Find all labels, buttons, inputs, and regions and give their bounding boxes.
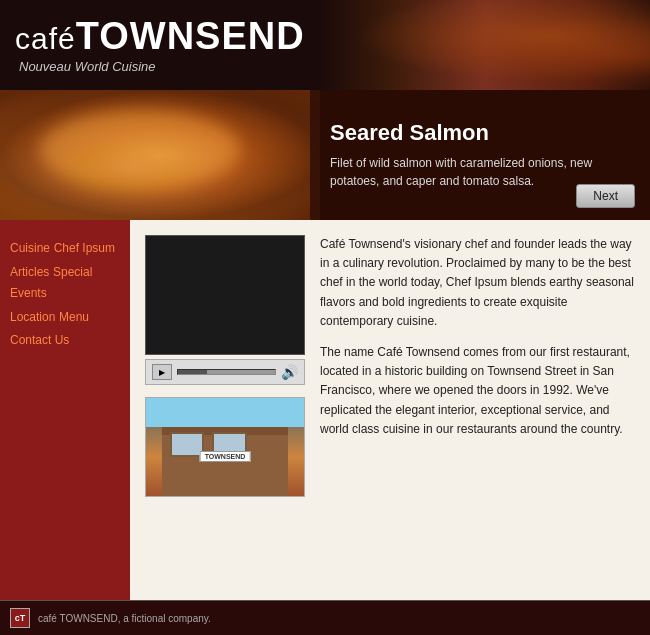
- sidebar-line-4: Contact Us: [10, 330, 120, 352]
- video-controls: ▶ 🔊: [145, 359, 305, 385]
- hero-title: Seared Salmon: [330, 120, 630, 146]
- content-inner: ▶ 🔊 Café Townsend's visionary chef and f…: [145, 235, 635, 497]
- footer-logo: cT: [10, 608, 30, 628]
- building-window-2: [212, 432, 247, 457]
- sidebar-line-3: Location Menu: [10, 307, 120, 329]
- content-area: ▶ 🔊 Café Townsend's visionary chef and f…: [130, 220, 650, 600]
- sidebar-line-1: Cuisine Chef Ipsum: [10, 238, 120, 260]
- play-icon: ▶: [159, 368, 165, 377]
- main-content: Cuisine Chef Ipsum Articles Special Even…: [0, 220, 650, 600]
- sidebar-item-cuisine[interactable]: Cuisine: [10, 241, 50, 255]
- logo-brand: TOWNSEND: [76, 15, 305, 57]
- paragraph-2: The name Café Townsend comes from our fi…: [320, 343, 635, 439]
- next-button[interactable]: Next: [576, 184, 635, 208]
- sidebar-item-contact[interactable]: Contact Us: [10, 333, 69, 347]
- paragraph-1: Café Townsend's visionary chef and found…: [320, 235, 635, 331]
- hero-food-image: [0, 90, 320, 220]
- header: caféTOWNSEND Nouveau World Cuisine: [0, 0, 650, 90]
- sidebar-item-articles[interactable]: Articles: [10, 265, 49, 279]
- media-column: ▶ 🔊: [145, 235, 305, 497]
- video-player: [145, 235, 305, 355]
- text-column: Café Townsend's visionary chef and found…: [320, 235, 635, 497]
- footer-text: café TOWNSEND, a fictional company.: [38, 613, 211, 624]
- tagline: Nouveau World Cuisine: [15, 59, 305, 74]
- header-photo: [320, 0, 650, 90]
- hero-banner: Seared Salmon Filet of wild salmon with …: [0, 90, 650, 220]
- logo: caféTOWNSEND: [15, 17, 305, 55]
- logo-cafe: café: [15, 22, 76, 55]
- progress-bar[interactable]: [177, 369, 276, 375]
- sidebar-item-menu[interactable]: Menu: [59, 310, 89, 324]
- sidebar: Cuisine Chef Ipsum Articles Special Even…: [0, 220, 130, 600]
- logo-area: caféTOWNSEND Nouveau World Cuisine: [0, 7, 320, 84]
- play-button[interactable]: ▶: [152, 364, 172, 380]
- footer: cT café TOWNSEND, a fictional company.: [0, 600, 650, 635]
- sidebar-item-location[interactable]: Location: [10, 310, 55, 324]
- sidebar-line-2: Articles Special Events: [10, 262, 120, 305]
- progress-fill: [178, 370, 207, 374]
- volume-icon[interactable]: 🔊: [281, 364, 298, 380]
- building-window-1: [170, 432, 205, 457]
- sidebar-item-chef[interactable]: Chef Ipsum: [54, 241, 115, 255]
- street-photo: [145, 397, 305, 497]
